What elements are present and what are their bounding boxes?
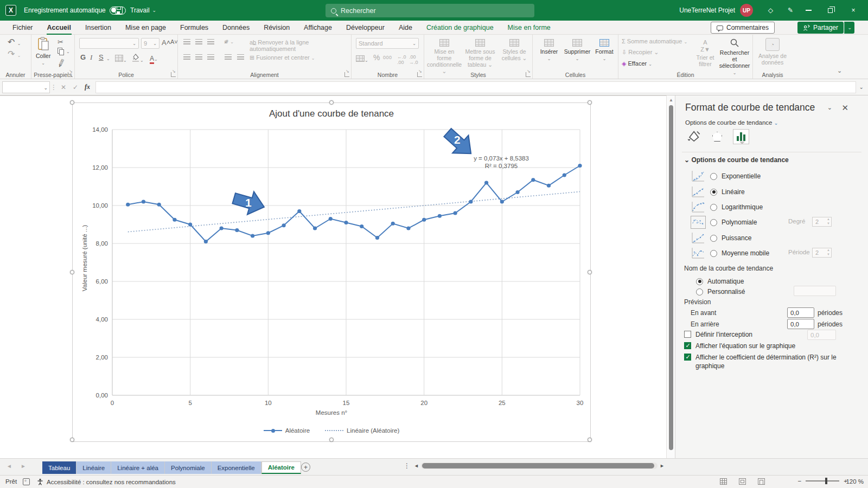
- fill-button[interactable]: ⇩ Recopier ⌄: [622, 49, 659, 56]
- radio-logarithmique[interactable]: [710, 204, 717, 211]
- fill-line-tab-icon[interactable]: [685, 129, 701, 144]
- decrease-decimal-button[interactable]: .00→.0: [409, 54, 418, 65]
- chart-handle-mid-left[interactable]: [70, 270, 74, 274]
- show-r2-option[interactable]: Afficher le coefficient de détermination…: [684, 354, 847, 370]
- tab-revision[interactable]: Révision: [257, 21, 297, 35]
- delete-cells-button[interactable]: Supprimer⌄: [562, 39, 592, 61]
- zoom-slider-thumb[interactable]: [825, 478, 827, 484]
- x-axis-title[interactable]: Mesures n°: [73, 409, 590, 416]
- premium-diamond-icon[interactable]: ◇: [768, 0, 773, 21]
- page-layout-view-icon[interactable]: [739, 478, 746, 485]
- workbook-switcher[interactable]: Travail⌄: [130, 0, 156, 21]
- alignement-dialog-launcher[interactable]: [344, 72, 349, 77]
- sheet-tab-lineaire-alea[interactable]: Linéaire + aléa: [111, 461, 165, 474]
- thousands-separator-button[interactable]: 000: [383, 55, 392, 60]
- align-top-icon[interactable]: [183, 39, 190, 44]
- horizontal-scrollbar[interactable]: ◄ ►: [414, 461, 665, 470]
- radio-automatique[interactable]: [696, 278, 703, 285]
- font-color-button[interactable]: A⌄: [150, 53, 158, 63]
- number-format-combo[interactable]: Standard⌄: [356, 38, 419, 49]
- redo-button[interactable]: ↷ ⌄: [8, 49, 21, 59]
- tab-affichage[interactable]: Affichage: [297, 21, 339, 35]
- accessibility-status[interactable]: Accessibilité : consultez nos recommanda…: [37, 478, 176, 485]
- scroll-up-arrow[interactable]: ▲: [669, 98, 673, 102]
- sheet-tab-aleatoire[interactable]: Aléatoire: [261, 461, 301, 474]
- increase-indent-icon[interactable]: [237, 54, 244, 60]
- conditional-formatting-button[interactable]: Mise en forme conditionnelle ⌄: [426, 39, 462, 74]
- show-equation-checkbox[interactable]: [684, 342, 691, 349]
- y-axis-title[interactable]: Valeur mesuré (unité ...): [81, 198, 88, 318]
- avatar[interactable]: UP: [740, 0, 753, 21]
- chart-legend[interactable]: Aléatoire Linéaire (Aléatoire): [73, 427, 590, 434]
- cell-styles-button[interactable]: Styles de cellules ⌄: [498, 39, 531, 61]
- decrease-indent-icon[interactable]: [225, 54, 232, 60]
- macro-record-icon[interactable]: [23, 478, 30, 485]
- expand-formula-bar-chevron[interactable]: ⌄: [859, 84, 864, 90]
- tab-overflow-dots[interactable]: ⋮: [404, 462, 410, 470]
- pane-breadcrumb[interactable]: Options de courbe de tendance ⌄: [685, 119, 778, 126]
- option-exponentielle[interactable]: Exponentielle: [691, 169, 761, 183]
- tab-creation-de-graphique[interactable]: Création de graphique: [419, 21, 501, 35]
- window-restore-button[interactable]: [822, 0, 838, 21]
- vertical-scroll-thumb[interactable]: [669, 105, 673, 450]
- search-bar[interactable]: Rechercher: [326, 4, 534, 17]
- italic-button[interactable]: I: [90, 53, 92, 62]
- chart-handle-top-right[interactable]: [588, 100, 592, 105]
- percent-button[interactable]: %: [373, 53, 380, 62]
- show-equation-option[interactable]: Afficher l'équation sur le graphique: [684, 342, 795, 351]
- tab-mise-en-forme[interactable]: Mise en forme: [501, 21, 558, 35]
- chart-handle-top-mid[interactable]: [329, 100, 334, 105]
- chart-handle-bottom-left[interactable]: [70, 438, 74, 442]
- zoom-level[interactable]: 120 %: [846, 478, 864, 485]
- sheet-nav-next-arrow[interactable]: ►: [21, 463, 26, 469]
- accounting-format-button[interactable]: ⌄: [356, 54, 368, 64]
- comments-button[interactable]: Commentaires: [711, 22, 775, 34]
- save-button[interactable]: [115, 0, 123, 21]
- vertical-scrollbar[interactable]: ▲: [666, 95, 675, 458]
- custom-name-field[interactable]: [794, 286, 836, 296]
- legend-item-series[interactable]: Aléatoire: [264, 427, 310, 434]
- radio-polynomiale[interactable]: [710, 219, 717, 226]
- font-size-combo[interactable]: 9⌄: [141, 38, 159, 49]
- align-center-icon[interactable]: [195, 54, 202, 60]
- nombre-dialog-launcher[interactable]: [417, 72, 422, 77]
- option-personnalise[interactable]: Personnalisé: [696, 285, 745, 299]
- legend-item-trendline[interactable]: Linéaire (Aléatoire): [325, 427, 399, 434]
- chart-handle-bottom-mid[interactable]: [329, 438, 334, 442]
- font-name-combo[interactable]: ⌄: [79, 38, 139, 49]
- align-middle-icon[interactable]: [195, 39, 202, 44]
- horizontal-scroll-thumb[interactable]: [422, 463, 654, 468]
- bold-button[interactable]: G: [80, 53, 86, 61]
- sheet-tab-tableau[interactable]: Tableau: [42, 461, 76, 474]
- find-select-button[interactable]: Rechercher et sélectionner ⌄: [717, 38, 752, 75]
- sheet-nav-prev-arrow[interactable]: ◄: [7, 463, 12, 469]
- hscroll-right-arrow[interactable]: ►: [660, 463, 665, 468]
- align-right-icon[interactable]: [207, 54, 214, 60]
- tab-donnees[interactable]: Données: [215, 21, 257, 35]
- sort-filter-button[interactable]: AZ▼ Trier et filtrer: [693, 39, 717, 67]
- window-minimize-button[interactable]: [800, 0, 816, 21]
- sheet-tab-polynomiale[interactable]: Polynomiale: [165, 461, 212, 474]
- pane-chevron-down-icon[interactable]: ⌄: [827, 104, 832, 111]
- tab-developpeur[interactable]: Développeur: [339, 21, 392, 35]
- tab-formules[interactable]: Formules: [173, 21, 215, 35]
- radio-personnalise[interactable]: [696, 288, 703, 296]
- tab-accueil[interactable]: Accueil: [40, 21, 78, 35]
- worksheet-area[interactable]: Ajout d'une courbe de tenance 0,002,004,…: [0, 95, 666, 458]
- insert-function-icon[interactable]: fx: [81, 83, 93, 91]
- name-box[interactable]: ⌄: [2, 81, 50, 93]
- add-sheet-button[interactable]: +: [301, 463, 310, 472]
- radio-puissance[interactable]: [710, 235, 717, 242]
- tab-mise-en-page[interactable]: Mise en page: [118, 21, 173, 35]
- option-puissance[interactable]: Puissance: [691, 231, 751, 245]
- tab-insertion[interactable]: Insertion: [78, 21, 118, 35]
- share-dropdown[interactable]: ⌄: [844, 22, 854, 34]
- align-left-icon[interactable]: [183, 54, 190, 60]
- copy-button[interactable]: ⌄: [58, 48, 62, 54]
- chart-handle-bottom-right[interactable]: [588, 438, 592, 442]
- forward-field[interactable]: 0,0: [787, 307, 814, 318]
- set-intercept-option[interactable]: Définir l'interception: [684, 331, 752, 339]
- share-button[interactable]: Partager: [797, 22, 844, 34]
- paste-button[interactable]: Coller ⌄: [36, 37, 50, 66]
- show-r2-checkbox[interactable]: [684, 354, 691, 361]
